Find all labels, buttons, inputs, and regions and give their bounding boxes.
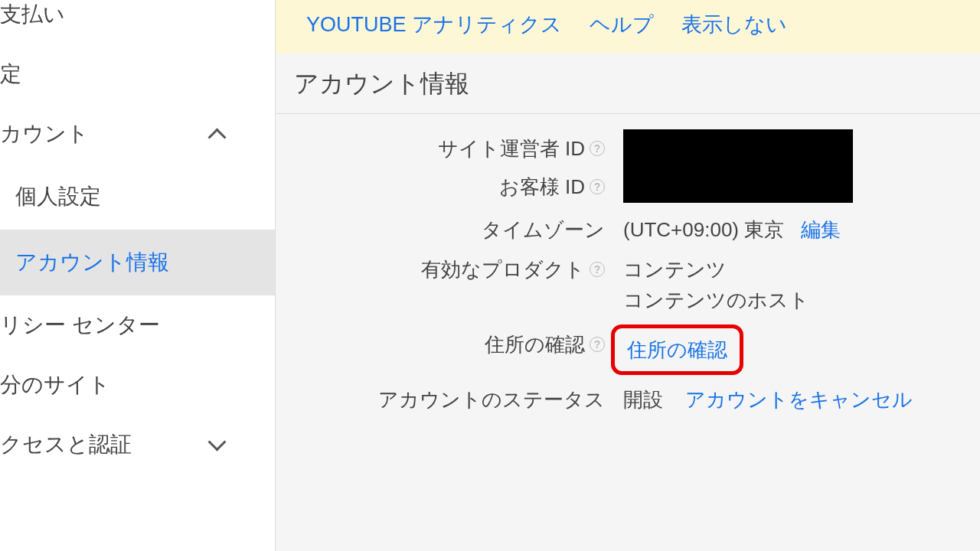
address-verify-field: 住所の確認 ? 住所の確認 — [294, 329, 962, 375]
help-icon[interactable]: ? — [590, 179, 605, 194]
product-value-2: コンテンツのホスト — [623, 285, 962, 315]
products-field: 有効なプロダクト ? コンテンツ コンテンツのホスト — [294, 254, 962, 315]
sidebar-item-label: クセスと認証 — [0, 430, 132, 459]
sidebar-sub-account-info[interactable]: アカウント情報 — [0, 230, 275, 295]
sidebar-item-label: 分のサイト — [0, 370, 110, 399]
product-value-1: コンテンツ — [623, 254, 962, 285]
sidebar-item-sites[interactable]: 分のサイト — [0, 355, 275, 415]
customer-id-label: お客様 ID ? — [294, 168, 605, 206]
banner-link-analytics[interactable]: YOUTUBE アナリティクス — [306, 11, 562, 38]
sidebar-item-policy[interactable]: リシー センター — [0, 295, 275, 355]
address-verify-label: 住所の確認 — [485, 329, 585, 360]
main-content: YOUTUBE アナリティクス ヘルプ 表示しない アカウント情報 サイト運営者… — [276, 0, 980, 551]
sidebar-item-label: 定 — [0, 60, 21, 89]
redacted-block — [623, 129, 853, 203]
status-label: アカウントのステータス — [378, 384, 605, 415]
account-info-content: サイト運営者 ID ? お客様 ID ? タイムゾーン (UTC+09:00) … — [276, 114, 980, 439]
sidebar-item-label: カウント — [0, 119, 89, 148]
id-fields-block: サイト運営者 ID ? お客様 ID ? — [294, 129, 962, 214]
sidebar-item-payments[interactable]: 支払い — [0, 0, 275, 44]
sidebar-item-label: 支払い — [0, 0, 65, 29]
sidebar-item-settings[interactable]: 定 — [0, 44, 275, 104]
sidebar-item-access[interactable]: クセスと認証 — [0, 415, 275, 474]
cancel-account-link[interactable]: アカウントをキャンセル — [685, 388, 913, 411]
help-icon[interactable]: ? — [590, 337, 605, 352]
timezone-label: タイムゾーン — [482, 214, 605, 245]
products-label: 有効なプロダクト — [421, 254, 585, 285]
timezone-field: タイムゾーン (UTC+09:00) 東京 編集 — [294, 214, 962, 245]
timezone-edit-link[interactable]: 編集 — [801, 218, 841, 241]
timezone-value: (UTC+09:00) 東京 — [623, 218, 784, 241]
sidebar-item-label: リシー センター — [0, 311, 160, 340]
sidebar-sub-label: アカウント情報 — [15, 250, 169, 274]
account-status-field: アカウントのステータス 開設 アカウントをキャンセル — [294, 384, 962, 415]
chevron-down-icon — [211, 435, 229, 454]
help-icon[interactable]: ? — [590, 262, 605, 277]
address-verify-link[interactable]: 住所の確認 — [611, 324, 743, 375]
sidebar: 支払い 定 カウント 個人設定 アカウント情報 リシー センター 分のサイト ク… — [0, 0, 276, 551]
banner-link-help[interactable]: ヘルプ — [590, 11, 654, 38]
banner-link-dismiss[interactable]: 表示しない — [681, 11, 787, 38]
sidebar-sub-personal[interactable]: 個人設定 — [0, 164, 275, 230]
notification-banner: YOUTUBE アナリティクス ヘルプ 表示しない — [276, 0, 980, 54]
publisher-id-label: サイト運営者 ID ? — [294, 129, 605, 168]
sidebar-item-account[interactable]: カウント — [0, 104, 275, 164]
sidebar-sub-label: 個人設定 — [15, 184, 101, 208]
status-value: 開設 — [623, 388, 663, 411]
chevron-up-icon — [211, 125, 229, 143]
page-title: アカウント情報 — [276, 54, 980, 114]
help-icon[interactable]: ? — [590, 141, 605, 156]
